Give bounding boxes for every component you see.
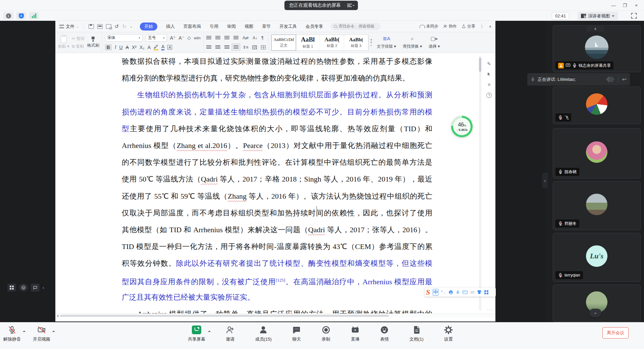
- scroll-up-button[interactable]: ∧: [586, 26, 604, 32]
- footer-chat-button[interactable]: 聊天: [292, 325, 301, 349]
- sync-status-button[interactable]: 未同步: [420, 23, 438, 29]
- keyboard-icon[interactable]: [463, 291, 468, 294]
- bullet-list-button[interactable]: [206, 36, 211, 40]
- panel-collapse-handle[interactable]: ›: [542, 173, 548, 188]
- style-标题 1[interactable]: AaBl标题 1: [296, 35, 320, 50]
- share-button[interactable]: 分享: [462, 23, 475, 29]
- align-left-button[interactable]: [206, 45, 211, 49]
- align-right-button[interactable]: [224, 45, 229, 49]
- punctuation-icon[interactable]: °，: [441, 290, 446, 295]
- ribbon-tab-页面布局[interactable]: 页面布局: [183, 23, 201, 30]
- more-dots-icon[interactable]: ···: [487, 307, 493, 312]
- cut-button[interactable]: ✂ 剪切: [72, 36, 84, 42]
- paste-button[interactable]: 粘贴 ▾: [58, 36, 72, 49]
- ribbon-tab-引用[interactable]: 引用: [210, 23, 218, 30]
- print-button[interactable]: [97, 24, 103, 29]
- asian-layout-button[interactable]: A⇄: [243, 36, 249, 40]
- ribbon-tab-会员专享[interactable]: 会员专享: [306, 23, 323, 30]
- file-menu-button[interactable]: 文件 ⌄: [55, 23, 82, 30]
- strikethrough-button[interactable]: A: [126, 45, 129, 50]
- sort-button[interactable]: A↓: [253, 36, 257, 40]
- ribbon-tab-视图[interactable]: 视图: [245, 23, 253, 30]
- more-options-button[interactable]: ⋮: [480, 24, 484, 29]
- ribbon-tab-插入[interactable]: 插入: [166, 23, 175, 30]
- chat-bubble-button[interactable]: [31, 284, 40, 292]
- line-spacing-button[interactable]: ⇕≡: [243, 45, 248, 50]
- justify-button[interactable]: [233, 45, 238, 49]
- grow-font-button[interactable]: A⁺: [170, 35, 176, 41]
- footer-mic-off-button[interactable]: 解除静音: [3, 325, 21, 342]
- font-name-select[interactable]: 宋体▾: [105, 34, 143, 42]
- reply-arrow-icon[interactable]: ↩: [622, 76, 627, 83]
- fullscreen-icon[interactable]: [631, 12, 637, 19]
- print-preview-button[interactable]: [106, 24, 111, 29]
- footer-members-button[interactable]: 成员(15): [255, 325, 272, 349]
- subscript-button[interactable]: X₂: [140, 45, 145, 50]
- italic-button[interactable]: I: [115, 45, 116, 50]
- close-button[interactable]: ×: [631, 0, 642, 11]
- redo-button[interactable]: ↻: [122, 23, 126, 30]
- footer-share-screen-button[interactable]: 共享屏幕: [188, 325, 205, 349]
- find-replace-button[interactable]: ⌕ 查找替换 ▾: [399, 36, 425, 49]
- horizontal-scrollbar-thumb[interactable]: [60, 315, 389, 317]
- horizontal-scrollbar[interactable]: ◄: [55, 313, 495, 317]
- chinese-mode-icon[interactable]: 中: [433, 289, 438, 296]
- text-effects-button[interactable]: A: [148, 45, 151, 50]
- participant-tile-陈春晓[interactable]: 陈春晓: [553, 128, 641, 179]
- ribbon-tab-开始[interactable]: 开始: [140, 22, 157, 31]
- expand-caret-icon[interactable]: [23, 329, 25, 332]
- help-icon[interactable]: ?: [486, 93, 492, 98]
- expand-caret-icon[interactable]: [208, 329, 211, 332]
- leave-meeting-button[interactable]: 离开会议: [602, 327, 629, 339]
- bold-button[interactable]: B: [105, 44, 112, 50]
- collapse-left-icon[interactable]: ‹: [43, 285, 44, 290]
- edit-pencil-icon[interactable]: ✎: [487, 61, 491, 66]
- expand-caret-icon[interactable]: [52, 329, 55, 332]
- shrink-font-button[interactable]: A⁻: [178, 35, 184, 41]
- sogou-logo-icon[interactable]: S: [426, 288, 430, 297]
- underline-button[interactable]: U: [119, 45, 123, 50]
- minimize-button[interactable]: —: [608, 0, 619, 11]
- qat-more-button[interactable]: ⌄: [130, 24, 132, 28]
- show-marks-button[interactable]: ¶: [261, 36, 263, 40]
- pinyin-guide-button[interactable]: wén: [194, 36, 201, 40]
- save-button[interactable]: [89, 24, 94, 29]
- text-tool-button[interactable]: ≣A 文字排版 ▾: [373, 36, 399, 49]
- highlight-button[interactable]: 🖉: [154, 44, 158, 50]
- voice-input-icon[interactable]: [456, 290, 460, 295]
- scroll-down-button[interactable]: ⌄: [589, 309, 601, 317]
- style-gallery-scroll[interactable]: ▲▼≡: [369, 37, 373, 48]
- layout-toggle-button[interactable]: [7, 284, 16, 292]
- format-painter-button[interactable]: 格式刷: [87, 37, 99, 48]
- security-button[interactable]: +: [16, 12, 26, 19]
- emoji-icon[interactable]: [448, 290, 453, 295]
- numbered-list-button[interactable]: [215, 36, 220, 40]
- footer-emoji-button[interactable]: 表情: [380, 325, 389, 349]
- scroll-left-arrow[interactable]: ◄: [56, 314, 59, 317]
- decrease-indent-button[interactable]: [224, 36, 229, 40]
- participant-tile-钱志余的屏幕共享[interactable]: 钱志余的屏幕共享: [553, 25, 641, 72]
- copy-button[interactable]: ⧉ 复制: [72, 44, 84, 49]
- style-标题 2[interactable]: AaBb(标题 2: [320, 35, 344, 50]
- undo-button[interactable]: ↺: [115, 23, 119, 30]
- footer-live-button[interactable]: 直播: [351, 325, 360, 349]
- footer-docs-button[interactable]: 文档(1): [410, 325, 424, 349]
- select-button[interactable]: ▢▸ 选择 ▾: [425, 36, 443, 49]
- align-center-button[interactable]: [215, 45, 220, 49]
- character-border-button[interactable]: A: [167, 45, 172, 50]
- font-size-select[interactable]: 五号▾: [146, 34, 167, 42]
- footer-cam-off-button[interactable]: 开启视频: [33, 325, 50, 342]
- style-正文[interactable]: AaBbCcDd正文: [272, 35, 296, 50]
- font-color-button[interactable]: A: [161, 44, 164, 50]
- sogou-input-bar[interactable]: S 中 °， 20: [425, 288, 496, 297]
- network-quality-button[interactable]: [29, 12, 39, 19]
- borders-button[interactable]: [261, 45, 266, 49]
- participant-tile-邢丽冬[interactable]: 邢丽冬: [553, 181, 641, 230]
- view-mode-button[interactable]: 演讲者视图: [578, 12, 618, 20]
- maximize-button[interactable]: ❐: [619, 0, 631, 11]
- participant-tile-terryqian[interactable]: Lu'sterryqian: [553, 233, 641, 282]
- vertical-scrollbar-thumb[interactable]: [479, 58, 481, 72]
- collaborate-button[interactable]: 协作: [443, 23, 457, 29]
- document-canvas[interactable]: 验数据拟合获得，本项目拟通过实际测量微波消融过程的热物性参数，采用基于多模态影像…: [55, 53, 495, 317]
- collapse-ribbon-button[interactable]: ∧: [489, 24, 491, 28]
